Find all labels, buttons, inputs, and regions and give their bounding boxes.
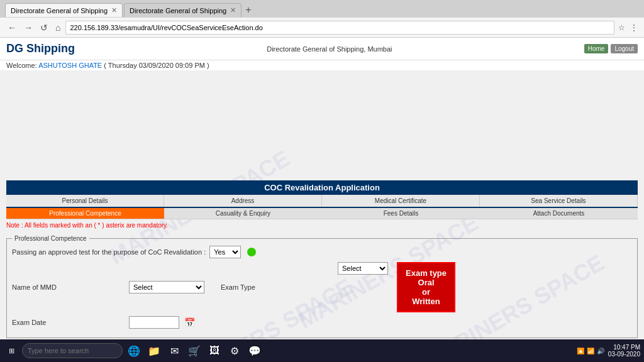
menu-icons: ☆ ⋮ (617, 22, 639, 33)
user-name-link[interactable]: ASHUTOSH GHATE (38, 62, 102, 69)
tray-up-icon[interactable]: 🔼 (577, 348, 584, 354)
mmd-exam-row: Name of MMD Select Exam Type Select Oral… (12, 262, 632, 312)
sub-tabs: Professional Competence Casuality & Enqu… (6, 208, 638, 219)
taskbar-icon-mail[interactable]: ✉ (165, 342, 183, 359)
home-link[interactable]: Home (584, 44, 609, 53)
address-bar: ← → ↺ ⌂ ☆ ⋮ (0, 18, 644, 38)
taskbar-icon-store[interactable]: 🛒 (186, 342, 203, 359)
taskbar-icon-chrome[interactable]: 🌐 (125, 342, 143, 359)
subtab-professional-competence[interactable]: Professional Competence (6, 208, 164, 219)
tab-medical-certificate[interactable]: Medical Certificate (322, 195, 480, 207)
exam-date-row: Exam Date 📅 (12, 316, 632, 329)
tab-close-icon[interactable]: ✕ (111, 6, 117, 14)
tab-close-inactive-icon[interactable]: ✕ (230, 6, 236, 14)
exam-type-section: Select Oral Written Exam type Oral or Wr… (338, 262, 455, 312)
exam-type-label: Exam Type (221, 283, 334, 291)
exam-date-label: Exam Date (12, 319, 125, 326)
clock-time: 10:47 PM (608, 344, 640, 351)
exam-callout-line4: Written (406, 297, 447, 306)
address-input[interactable] (65, 21, 614, 35)
header-links: Home Logout (584, 44, 638, 53)
calendar-icon[interactable]: 📅 (183, 316, 196, 329)
tab-inactive-title: Directorate General of Shipping (130, 7, 226, 14)
site-logo: DG Shipping (6, 42, 75, 55)
nav-tabs: Personal Details Address Medical Certifi… (6, 195, 638, 208)
professional-competence-section: Professional Competence Passing an appro… (6, 235, 638, 338)
welcome-bar: Welcome: ASHUTOSH GHATE ( Thursday 03/09… (0, 60, 644, 71)
tab-address[interactable]: Address (164, 195, 322, 207)
start-button[interactable]: ⊞ (4, 346, 19, 356)
tab-active[interactable]: Directorate General of Shipping ✕ (5, 3, 123, 17)
taskbar: ⊞ 🌐 📁 ✉ 🛒 🖼 ⚙ 💬 🔼 📶 🔊 10:47 PM 03-09-202… (0, 339, 644, 362)
taskbar-right: 🔼 📶 🔊 10:47 PM 03-09-2020 (577, 344, 640, 358)
exam-callout-line2: Oral (406, 278, 447, 287)
clock-date: 03-09-2020 (608, 351, 640, 358)
site-tagline: Directorate General of Shipping, Mumbai (267, 45, 392, 53)
exam-callout-line3: or (406, 287, 447, 297)
volume-icon[interactable]: 🔊 (597, 348, 604, 354)
network-icon[interactable]: 📶 (587, 348, 594, 354)
tab-sea-service[interactable]: Sea Service Details (480, 195, 638, 207)
browser-chrome: Directorate General of Shipping ✕ Direct… (0, 0, 644, 38)
taskbar-icon-settings[interactable]: ⚙ (226, 342, 243, 359)
menu-icon[interactable]: ⋮ (629, 22, 639, 33)
green-indicator (247, 248, 256, 256)
subtab-fees[interactable]: Fees Details (322, 208, 480, 219)
subtab-casuality[interactable]: Casuality & Enquiry (164, 208, 322, 219)
passing-select[interactable]: Yes No (209, 246, 241, 258)
star-icon[interactable]: ☆ (617, 22, 626, 33)
logout-link[interactable]: Logout (611, 44, 638, 53)
windows-icon: ⊞ (9, 347, 14, 355)
page: DG Shipping Directorate General of Shipp… (0, 38, 644, 362)
system-clock: 10:47 PM 03-09-2020 (608, 344, 640, 358)
exam-date-input[interactable] (129, 316, 179, 329)
back-button[interactable]: ← (5, 21, 19, 34)
passing-test-row: Passing an approved test for the purpose… (12, 246, 632, 258)
tab-personal-details[interactable]: Personal Details (6, 195, 164, 207)
coc-header: COC Revalidation Application (6, 180, 638, 195)
taskbar-search-input[interactable] (22, 343, 123, 358)
exam-type-callout: Exam type Oral or Written (397, 262, 455, 312)
tab-active-title: Directorate General of Shipping (11, 7, 108, 14)
mmd-select[interactable]: Select (129, 281, 204, 293)
taskbar-icon-files[interactable]: 📁 (145, 342, 163, 359)
forward-button[interactable]: → (21, 21, 35, 34)
main-content: MARINERS SPACE MARINERS SPACE MARINERS S… (0, 71, 644, 362)
refresh-button[interactable]: ↺ (38, 21, 50, 34)
taskbar-icon-chat[interactable]: 💬 (246, 342, 264, 359)
new-tab-button[interactable]: + (243, 4, 253, 16)
exam-type-select[interactable]: Select Oral Written (338, 262, 388, 275)
site-header: DG Shipping Directorate General of Shipp… (0, 38, 644, 60)
mandatory-note: Note : All fields marked with an ( * ) a… (6, 219, 638, 231)
home-button[interactable]: ⌂ (53, 21, 63, 34)
section-legend-title: Professional Competence (12, 235, 89, 242)
subtab-attach-documents[interactable]: Attach Documents (480, 208, 638, 219)
passing-label: Passing an approved test for the purpose… (12, 248, 206, 256)
sys-tray: 🔼 📶 🔊 (577, 348, 604, 354)
date-text: ( Thursday 03/09/2020 09:09 PM ) (104, 62, 209, 69)
tab-bar: Directorate General of Shipping ✕ Direct… (0, 0, 644, 18)
mmd-label: Name of MMD (12, 283, 125, 291)
taskbar-icon-photos[interactable]: 🖼 (206, 342, 223, 359)
welcome-text: Welcome: (6, 62, 37, 69)
exam-callout-line1: Exam type (406, 268, 447, 278)
tab-inactive[interactable]: Directorate General of Shipping ✕ (124, 3, 242, 17)
